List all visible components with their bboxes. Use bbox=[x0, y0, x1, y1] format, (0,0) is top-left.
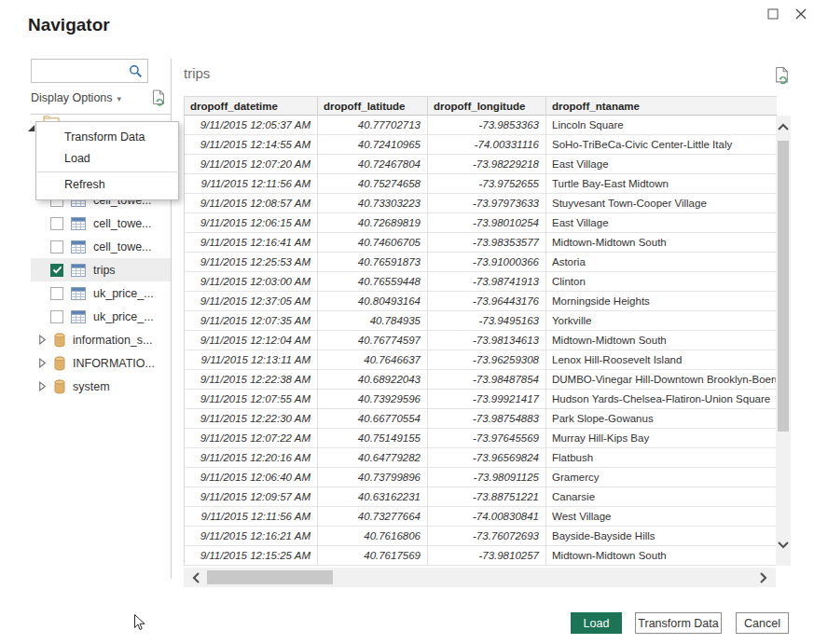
table-row[interactable]: 9/11/2015 12:22:38 AM40.68922043-73.9848… bbox=[185, 370, 777, 390]
table-cell: Hudson Yards-Chelsea-Flatiron-Union Squa… bbox=[546, 390, 777, 409]
check-icon bbox=[52, 266, 62, 274]
table-row[interactable]: 9/11/2015 12:06:15 AM40.72689819-73.9801… bbox=[185, 213, 777, 233]
table-cell: -73.98229218 bbox=[428, 155, 546, 174]
tree-collapsed-icon[interactable] bbox=[38, 358, 47, 368]
tree-collapsed-icon-wrap[interactable] bbox=[38, 381, 47, 391]
refresh-preview-button[interactable] bbox=[774, 66, 790, 89]
table-cell: 40.75149155 bbox=[318, 429, 428, 448]
table-cell: 9/11/2015 12:37:05 AM bbox=[185, 292, 318, 311]
column-header[interactable]: dropoff_datetime bbox=[185, 97, 318, 116]
load-button[interactable]: Load bbox=[571, 612, 622, 634]
table-cell: 9/11/2015 12:03:00 AM bbox=[185, 272, 318, 292]
table-cell: 9/11/2015 12:06:40 AM bbox=[185, 468, 318, 487]
tree-database-item[interactable]: INFORMATIO... bbox=[31, 351, 171, 375]
table-cell: -73.91000366 bbox=[428, 253, 546, 272]
tree-item[interactable]: uk_price_... bbox=[31, 305, 171, 328]
table-cell: 9/11/2015 12:07:20 AM bbox=[185, 155, 318, 174]
table-cell: -73.98487854 bbox=[428, 370, 546, 390]
table-row[interactable]: 9/11/2015 12:16:41 AM40.74606705-73.9835… bbox=[185, 233, 777, 253]
scroll-left-icon[interactable] bbox=[191, 571, 200, 584]
checkbox[interactable] bbox=[50, 287, 63, 300]
scroll-right-icon[interactable] bbox=[759, 571, 768, 584]
table-cell: Gramercy bbox=[546, 468, 777, 487]
checkbox[interactable] bbox=[50, 310, 63, 323]
menu-item-load[interactable]: Load bbox=[36, 148, 178, 170]
horizontal-scrollbar[interactable] bbox=[184, 568, 776, 587]
table-row[interactable]: 9/11/2015 12:25:53 AM40.76591873-73.9100… bbox=[185, 253, 777, 272]
tree-item[interactable]: trips bbox=[31, 258, 171, 281]
table-cell: -74.00331116 bbox=[428, 135, 546, 155]
table-cell: -73.9752655 bbox=[428, 174, 546, 194]
checkbox[interactable] bbox=[50, 264, 63, 277]
table-row[interactable]: 9/11/2015 12:14:55 AM40.72410965-74.0033… bbox=[185, 135, 777, 155]
tree-expanded-icon[interactable] bbox=[27, 124, 35, 132]
table-row[interactable]: 9/11/2015 12:12:04 AM40.76774597-73.9813… bbox=[185, 331, 777, 350]
table-row[interactable]: 9/11/2015 12:07:55 AM40.73929596-73.9992… bbox=[185, 390, 777, 409]
table-cell: 40.76591873 bbox=[318, 253, 428, 272]
column-header[interactable]: dropoff_latitude bbox=[318, 97, 428, 116]
table-cell: Stuyvesant Town-Cooper Village bbox=[546, 194, 777, 213]
table-cell: -73.96259308 bbox=[428, 350, 546, 370]
page-title: Navigator bbox=[28, 15, 110, 35]
table-icon-wrap bbox=[71, 240, 86, 253]
table-row[interactable]: 9/11/2015 12:07:20 AM40.72467804-73.9822… bbox=[185, 155, 777, 174]
search-icon[interactable] bbox=[129, 64, 143, 78]
vertical-scrollbar-thumb[interactable] bbox=[778, 141, 789, 432]
maximize-button[interactable] bbox=[763, 4, 783, 24]
table-cell: 9/11/2015 12:05:37 AM bbox=[185, 116, 318, 135]
table-row[interactable]: 9/11/2015 12:07:22 AM40.75149155-73.9764… bbox=[185, 429, 777, 448]
table-cell: -73.98754883 bbox=[428, 409, 546, 429]
menu-item-refresh[interactable]: Refresh bbox=[36, 174, 178, 196]
column-header[interactable]: dropoff_ntaname bbox=[546, 97, 777, 116]
table-row[interactable]: 9/11/2015 12:08:57 AM40.73303223-73.9797… bbox=[185, 194, 777, 213]
table-row[interactable]: 9/11/2015 12:13:11 AM40.7646637-73.96259… bbox=[185, 350, 777, 370]
table-cell: 40.7617569 bbox=[318, 546, 428, 566]
tree-item[interactable]: cell_towe... bbox=[31, 212, 171, 235]
transform-data-button[interactable]: Transform Data bbox=[635, 612, 722, 634]
tree-collapsed-icon[interactable] bbox=[38, 381, 47, 391]
tree-item[interactable]: cell_towe... bbox=[31, 235, 171, 258]
table-row[interactable]: 9/11/2015 12:06:40 AM40.73799896-73.9809… bbox=[185, 468, 777, 487]
menu-separator bbox=[37, 171, 177, 172]
cancel-button[interactable]: Cancel bbox=[736, 612, 789, 634]
table-cell: -74.00830841 bbox=[428, 507, 546, 527]
table-row[interactable]: 9/11/2015 12:37:05 AM40.80493164-73.9644… bbox=[185, 292, 777, 311]
display-options-dropdown[interactable]: Display Options▾ bbox=[31, 91, 121, 104]
table-cell: Lincoln Square bbox=[546, 116, 777, 135]
table-cell: Lenox Hill-Roosevelt Island bbox=[546, 350, 777, 370]
horizontal-scrollbar-thumb[interactable] bbox=[207, 570, 333, 584]
table-row[interactable]: 9/11/2015 12:11:56 AM40.73277664-74.0083… bbox=[185, 507, 777, 527]
checkbox[interactable] bbox=[50, 240, 63, 253]
tree-collapsed-icon-wrap[interactable] bbox=[38, 335, 47, 345]
tree-collapsed-icon-wrap[interactable] bbox=[38, 358, 47, 368]
table-cell: 9/11/2015 12:09:57 AM bbox=[185, 487, 318, 507]
table-cell: Yorkville bbox=[546, 311, 777, 331]
checkbox[interactable] bbox=[50, 217, 63, 230]
table-row[interactable]: 9/11/2015 12:09:57 AM40.63162231-73.8875… bbox=[185, 487, 777, 507]
table-row[interactable]: 9/11/2015 12:03:00 AM40.76559448-73.9874… bbox=[185, 272, 777, 292]
tree-database-item[interactable]: system bbox=[31, 375, 171, 398]
vertical-scrollbar[interactable] bbox=[776, 116, 791, 566]
table-cell: 9/11/2015 12:07:35 AM bbox=[185, 311, 318, 331]
table-row[interactable]: 9/11/2015 12:16:21 AM40.7616806-73.76072… bbox=[185, 527, 777, 546]
table-cell: 9/11/2015 12:12:04 AM bbox=[185, 331, 318, 350]
table-cell: 9/11/2015 12:20:16 AM bbox=[185, 448, 318, 468]
table-cell: 9/11/2015 12:16:41 AM bbox=[185, 233, 318, 253]
table-row[interactable]: 9/11/2015 12:05:37 AM40.77702713-73.9853… bbox=[185, 116, 777, 135]
tree-collapsed-icon[interactable] bbox=[38, 335, 47, 345]
menu-item-transform-data[interactable]: Transform Data bbox=[36, 127, 178, 148]
table-row[interactable]: 9/11/2015 12:15:25 AM40.7617569-73.98102… bbox=[185, 546, 777, 566]
refresh-sidebar-button[interactable] bbox=[151, 89, 166, 110]
close-button[interactable] bbox=[791, 4, 811, 24]
tree-item[interactable]: uk_price_... bbox=[31, 281, 171, 305]
tree-item-label: INFORMATIO... bbox=[73, 357, 155, 370]
table-row[interactable]: 9/11/2015 12:22:30 AM40.66770554-73.9875… bbox=[185, 409, 777, 429]
table-row[interactable]: 9/11/2015 12:20:16 AM40.64779282-73.9656… bbox=[185, 448, 777, 468]
scroll-up-icon[interactable] bbox=[777, 122, 790, 131]
tree-database-item[interactable]: information_s... bbox=[31, 328, 171, 351]
column-header[interactable]: dropoff_longitude bbox=[428, 97, 546, 116]
table-row[interactable]: 9/11/2015 12:07:35 AM40.784935-73.949516… bbox=[185, 311, 777, 331]
scroll-down-icon[interactable] bbox=[777, 541, 790, 550]
search-input[interactable] bbox=[35, 62, 131, 81]
table-row[interactable]: 9/11/2015 12:11:56 AM40.75274658-73.9752… bbox=[185, 174, 777, 194]
